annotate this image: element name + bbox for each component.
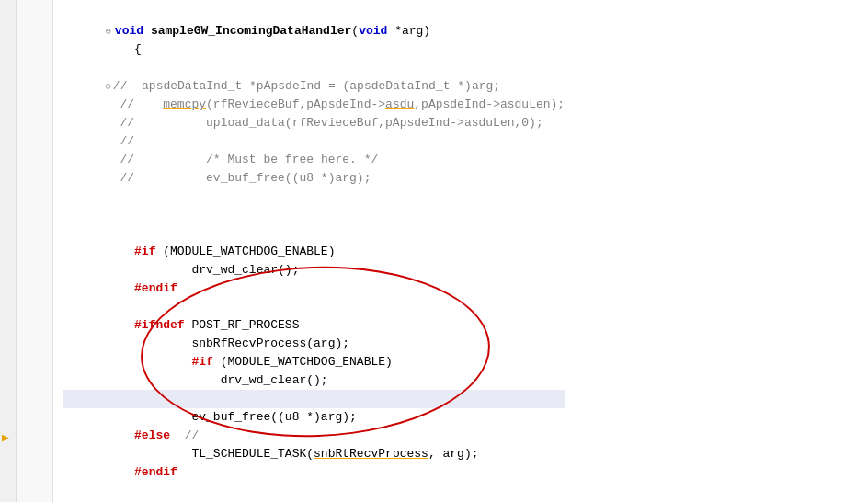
code-line: #endif — [63, 445, 565, 463]
line-numbers — [17, 0, 53, 502]
code-line: #ifndef POST_RF_PROCESS — [63, 298, 565, 316]
code-line: TL_SCHEDULE_TASK(snbRtRecvProcess, arg); — [63, 427, 565, 445]
code-line — [63, 188, 565, 206]
code-line-highlighted: ev_buf_free((u8 *)arg); — [63, 390, 565, 408]
code-line: #endif — [63, 371, 565, 390]
code-line: drv_wd_clear(); — [63, 243, 565, 261]
code-line: #else // — [63, 408, 565, 427]
code-line — [63, 40, 565, 59]
code-line: #if (MODULE_WATCHDOG_ENABLE) — [63, 335, 565, 353]
code-line: ⊖// apsdeDataInd_t *pApsdeInd = (apsdeDa… — [63, 59, 565, 77]
code-line: ⊖void sampleGW_IncomingDataHandler(void … — [63, 4, 565, 22]
code-line — [63, 280, 565, 298]
code-line: #endif — [63, 261, 565, 280]
left-gutter: ▶ — [0, 0, 17, 502]
code-line — [63, 206, 565, 224]
code-lines[interactable]: ⊖void sampleGW_IncomingDataHandler(void … — [53, 0, 565, 502]
code-line: #if (MODULE_WATCHDOG_ENABLE) — [63, 224, 565, 243]
arrow-indicator: ▶ — [2, 430, 9, 445]
code-line: // memcpy(rfRevieceBuf,pApsdeInd->asdu,p… — [63, 77, 565, 96]
code-line: // ev_buf_free((u8 *)arg); — [63, 151, 565, 169]
code-line: // — [63, 114, 565, 132]
code-line: snbRfRecvProcess(arg); — [63, 316, 565, 335]
code-line: drv_wd_clear(); — [63, 353, 565, 371]
code-editor: ⊖void sampleGW_IncomingDataHandler(void … — [17, 0, 565, 502]
code-line: // /* Must be free here. */ — [63, 132, 565, 151]
code-line: { — [63, 22, 565, 40]
code-line: // upload_data(rfRevieceBuf,pApsdeInd->a… — [63, 96, 565, 114]
code-line — [63, 169, 565, 188]
